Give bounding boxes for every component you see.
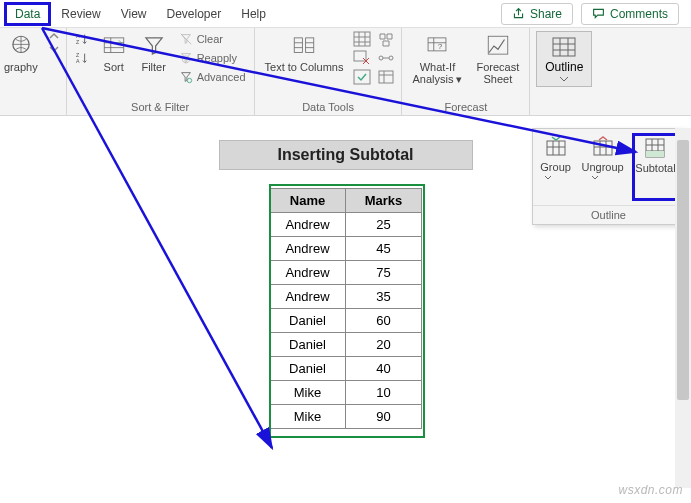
group-button[interactable]: Group xyxy=(538,133,573,201)
cell[interactable]: 40 xyxy=(346,357,422,381)
whatif-button[interactable]: ? What-IfAnalysis ▾ xyxy=(408,31,466,87)
table-header-row: Name Marks xyxy=(270,189,422,213)
cell[interactable]: Mike xyxy=(270,405,346,429)
group-sort-filter: AZ ZA Sort Filter Clear xyxy=(67,28,255,115)
ungroup-button[interactable]: Ungroup xyxy=(579,133,625,201)
cell[interactable]: 10 xyxy=(346,381,422,405)
ungroup-label: Ungroup xyxy=(581,161,623,173)
cell[interactable]: Daniel xyxy=(270,309,346,333)
vertical-scrollbar[interactable] xyxy=(675,128,691,488)
table-row[interactable]: Andrew75 xyxy=(270,261,422,285)
whatif-icon: ? xyxy=(424,33,450,59)
subtotal-label: Subtotal xyxy=(635,162,675,174)
cell[interactable]: 35 xyxy=(346,285,422,309)
table-row[interactable]: Mike90 xyxy=(270,405,422,429)
cell[interactable]: 60 xyxy=(346,309,422,333)
svg-text:Z: Z xyxy=(76,52,80,58)
consolidate-icon[interactable] xyxy=(377,31,395,47)
svg-rect-11 xyxy=(354,70,370,84)
tab-help[interactable]: Help xyxy=(231,3,276,25)
flash-fill-icon[interactable] xyxy=(353,31,371,47)
forecast-sheet-button[interactable]: ForecastSheet xyxy=(472,31,523,87)
cell[interactable]: Mike xyxy=(270,381,346,405)
table-row[interactable]: Daniel40 xyxy=(270,357,422,381)
svg-text:Z: Z xyxy=(76,39,80,45)
clear-button[interactable]: Clear xyxy=(177,31,248,47)
advanced-button[interactable]: Advanced xyxy=(177,69,248,85)
svg-text:?: ? xyxy=(438,42,443,51)
text-to-columns-icon xyxy=(291,33,317,59)
scroll-up-icon[interactable] xyxy=(48,31,60,41)
cell[interactable]: 45 xyxy=(346,237,422,261)
table-row[interactable]: Andrew25 xyxy=(270,213,422,237)
subtotal-button[interactable]: Subtotal xyxy=(632,133,678,201)
cell[interactable]: Daniel xyxy=(270,333,346,357)
cell[interactable]: 25 xyxy=(346,213,422,237)
clear-icon xyxy=(179,32,193,46)
sort-filter-group-label: Sort & Filter xyxy=(73,101,248,113)
cell[interactable]: Andrew xyxy=(270,237,346,261)
outline-flyout: Group Ungroup Subtotal Outline xyxy=(532,128,685,225)
forecast-group-label: Forecast xyxy=(408,101,523,113)
cell[interactable]: Andrew xyxy=(270,261,346,285)
cell[interactable]: Daniel xyxy=(270,357,346,381)
filter-icon xyxy=(141,33,167,59)
header-marks[interactable]: Marks xyxy=(346,189,422,213)
comments-label: Comments xyxy=(610,7,668,21)
tab-review[interactable]: Review xyxy=(51,3,110,25)
cell[interactable]: 75 xyxy=(346,261,422,285)
outline-label: Outline xyxy=(545,60,583,74)
table-row[interactable]: Andrew35 xyxy=(270,285,422,309)
table-row[interactable]: Daniel60 xyxy=(270,309,422,333)
reapply-button[interactable]: Reapply xyxy=(177,50,248,66)
outline-icon xyxy=(551,36,577,58)
tab-data[interactable]: Data xyxy=(4,2,51,26)
filter-button[interactable]: Filter xyxy=(137,31,171,75)
whatif-label: What-IfAnalysis ▾ xyxy=(412,61,462,85)
group-icon xyxy=(544,135,568,159)
cell[interactable]: 20 xyxy=(346,333,422,357)
chevron-down-icon xyxy=(544,175,568,199)
sort-button[interactable]: Sort xyxy=(97,31,131,75)
svg-rect-20 xyxy=(594,141,612,155)
share-label: Share xyxy=(530,7,562,21)
svg-rect-17 xyxy=(488,36,508,54)
geography-button[interactable]: graphy xyxy=(0,31,42,75)
sort-az-button[interactable]: AZ xyxy=(73,31,91,47)
advanced-label: Advanced xyxy=(197,71,246,83)
table-row[interactable]: Mike10 xyxy=(270,381,422,405)
text-to-columns-button[interactable]: Text to Columns xyxy=(261,31,348,75)
data-validation-icon[interactable] xyxy=(353,69,371,85)
cell[interactable]: 90 xyxy=(346,405,422,429)
scroll-down-icon[interactable] xyxy=(48,44,60,54)
cell[interactable]: Andrew xyxy=(270,285,346,309)
data-model-icon[interactable] xyxy=(377,69,395,85)
data-table[interactable]: Name Marks Andrew25 Andrew45 Andrew75 An… xyxy=(269,188,422,429)
cell[interactable]: Andrew xyxy=(270,213,346,237)
scrollbar-thumb[interactable] xyxy=(677,140,689,400)
text-to-columns-label: Text to Columns xyxy=(265,61,344,73)
sort-za-button[interactable]: ZA xyxy=(73,50,91,66)
comment-icon xyxy=(592,7,605,20)
relationships-icon[interactable] xyxy=(377,50,395,66)
geography-label: graphy xyxy=(4,61,38,73)
header-name[interactable]: Name xyxy=(270,189,346,213)
share-button[interactable]: Share xyxy=(501,3,573,25)
group-datatypes: graphy xyxy=(0,28,67,115)
globe-icon xyxy=(8,33,34,59)
outline-button[interactable]: Outline xyxy=(536,31,592,87)
svg-point-12 xyxy=(379,56,383,60)
subtotal-icon xyxy=(643,136,667,160)
forecast-label: ForecastSheet xyxy=(476,61,519,85)
remove-duplicates-icon[interactable] xyxy=(353,50,371,66)
svg-rect-22 xyxy=(646,151,664,157)
flyout-group-label: Outline xyxy=(533,205,684,224)
tab-view[interactable]: View xyxy=(111,3,157,25)
share-icon xyxy=(512,7,525,20)
comments-button[interactable]: Comments xyxy=(581,3,679,25)
group-forecast: ? What-IfAnalysis ▾ ForecastSheet Foreca… xyxy=(402,28,530,115)
tab-developer[interactable]: Developer xyxy=(157,3,232,25)
table-row[interactable]: Andrew45 xyxy=(270,237,422,261)
table-row[interactable]: Daniel20 xyxy=(270,333,422,357)
sort-za-icon: ZA xyxy=(75,51,89,65)
